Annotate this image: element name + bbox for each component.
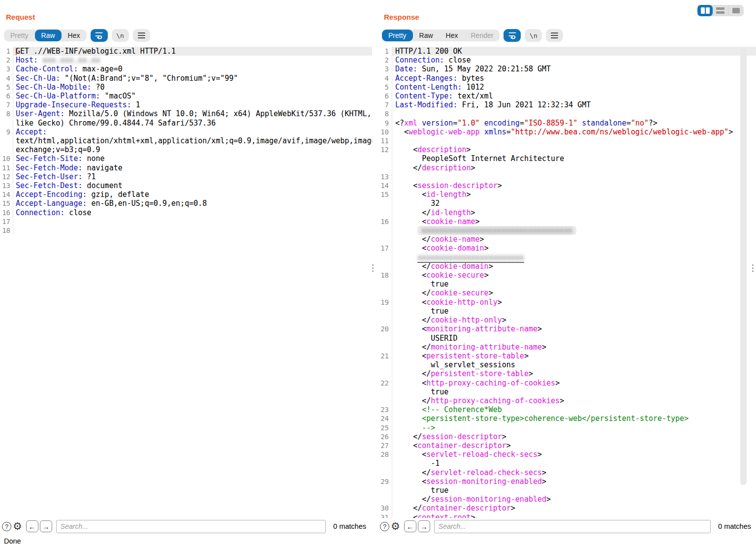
layout-split-columns-button[interactable]	[697, 5, 713, 16]
code-line: 5Content-Length: 1012	[378, 83, 756, 92]
tab-pretty[interactable]: Pretty	[382, 30, 413, 41]
menu-icon	[138, 32, 145, 38]
request-editor[interactable]: 1GET .//WEB-INF/weblogic.xml HTTP/1.12Ho…	[0, 47, 372, 518]
pane-resize-handle-left[interactable]	[372, 264, 374, 272]
editor-menu-button[interactable]	[546, 29, 563, 42]
code-line: 2Host: xxx.xxx.xx.xx	[0, 56, 372, 64]
search-settings-icon[interactable]: ⚙	[391, 521, 400, 532]
line-number: 12	[0, 172, 13, 181]
code-line: 17 <cookie-domain> xxxxxxxxxxxxxxxxxxxxx…	[378, 244, 756, 271]
search-prev-button[interactable]: ←	[26, 520, 38, 532]
word-wrap-toggle-button[interactable]	[91, 29, 108, 42]
line-number: 4	[0, 74, 13, 83]
line-number: 2	[0, 56, 13, 64]
layout-single-pane-button[interactable]	[728, 5, 744, 16]
code-line: 3Cache-Control: max-age=0	[0, 64, 372, 73]
search-next-button[interactable]: →	[40, 520, 52, 532]
search-input[interactable]	[434, 520, 711, 533]
word-wrap-icon	[94, 31, 104, 40]
line-number: 11	[378, 136, 392, 145]
line-number: 6	[0, 92, 13, 100]
search-help-icon[interactable]: ?	[2, 522, 11, 531]
request-search-bar: ? ⚙ ← → 0 matches	[1, 519, 368, 534]
code-line: 4Accept-Ranges: bytes	[378, 74, 756, 83]
code-line: 14 <session-descriptor>	[378, 181, 756, 190]
line-number: 16	[378, 217, 392, 244]
line-number: 11	[0, 163, 13, 172]
code-line: 27 <container-descriptor>	[378, 441, 756, 450]
response-view-tabs: Pretty Raw Hex Render	[382, 30, 500, 41]
search-input[interactable]	[56, 520, 326, 533]
code-line: 12Sec-Fetch-User: ?1	[0, 172, 372, 181]
code-line: 9Accept: text/html,application/xhtml+xml…	[0, 128, 372, 155]
layout-toggle-group	[697, 5, 744, 16]
line-number: 13	[378, 172, 392, 181]
code-line: 1GET .//WEB-INF/weblogic.xml HTTP/1.1	[0, 47, 372, 56]
line-number: 19	[378, 298, 392, 325]
arrow-left-icon: ←	[29, 522, 36, 531]
editor-menu-button[interactable]	[133, 29, 150, 42]
code-line: 22 <http-proxy-caching-of-cookies> true …	[378, 379, 756, 406]
code-line: 5Sec-Ch-Ua-Mobile: ?0	[0, 83, 372, 92]
code-line: 18 <cookie-secure> true </cookie-secure>	[378, 271, 756, 298]
tab-pretty[interactable]: Pretty	[4, 30, 35, 41]
newline-icon: \n	[530, 32, 537, 39]
line-number: 5	[0, 83, 13, 92]
message-editor-window: Request Pretty Raw Hex \n 1GET .//WE	[0, 0, 756, 547]
newline-icon: \n	[116, 32, 124, 39]
line-number: 4	[378, 74, 392, 83]
code-line: 7Last-Modified: Fri, 18 Jun 2021 12:32:3…	[378, 100, 756, 109]
pane-resize-handle-right[interactable]	[752, 264, 754, 272]
tab-render[interactable]: Render	[465, 30, 500, 41]
response-editor[interactable]: 1HTTP/1.1 200 OK2Connection: close3Date:…	[378, 47, 756, 518]
line-number: 20	[378, 324, 392, 352]
search-settings-icon[interactable]: ⚙	[13, 521, 22, 532]
line-number: 9	[0, 128, 13, 155]
code-line: 10 <weblogic-web-app xmlns="http://www.b…	[378, 128, 756, 136]
line-number: 1	[0, 47, 13, 56]
code-line: 12 <description> PeopleSoft Internet Arc…	[378, 145, 756, 172]
line-number: 22	[378, 379, 392, 406]
tab-raw[interactable]: Raw	[35, 30, 62, 41]
line-number: 7	[378, 100, 392, 109]
code-line: 11Sec-Fetch-Mode: navigate	[0, 163, 372, 172]
line-number: 7	[0, 100, 13, 109]
response-scrollbar-thumb[interactable]	[740, 48, 747, 485]
code-line: 8	[378, 109, 756, 118]
code-line: 17	[0, 217, 372, 226]
request-title: Request	[6, 13, 35, 21]
line-number: 1	[378, 47, 392, 56]
line-number: 10	[0, 154, 13, 163]
code-line: 13Sec-Fetch-Dest: document	[0, 181, 372, 190]
tab-hex[interactable]: Hex	[62, 30, 87, 41]
word-wrap-toggle-button[interactable]	[504, 29, 521, 42]
search-help-icon[interactable]: ?	[380, 522, 389, 531]
code-line: 3Date: Sun, 15 May 2022 20:21:58 GMT	[378, 64, 756, 73]
arrow-right-icon: →	[420, 522, 428, 531]
code-line: 19 <cookie-http-only> true </cookie-http…	[378, 298, 756, 325]
code-line: 6Content-Type: text/xml	[378, 92, 756, 100]
line-number: 15	[378, 190, 392, 217]
code-line: 4Sec-Ch-Ua: "(Not(A:Brand";v="8", "Chrom…	[0, 74, 372, 83]
newline-toggle-button[interactable]: \n	[525, 29, 542, 42]
code-line: 9<?xml version="1.0" encoding="ISO-8859-…	[378, 119, 756, 128]
line-number: 21	[378, 352, 392, 379]
line-number: 3	[0, 64, 13, 73]
response-toolbar: Pretty Raw Hex Render \n	[382, 29, 563, 42]
search-prev-button[interactable]: ←	[404, 520, 416, 532]
line-number: 2	[378, 56, 392, 64]
code-line: 14Accept-Encoding: gzip, deflate	[0, 190, 372, 199]
tab-raw[interactable]: Raw	[413, 30, 440, 41]
layout-split-rows-button[interactable]	[713, 5, 728, 16]
newline-toggle-button[interactable]: \n	[112, 29, 129, 42]
code-line: 2Connection: close	[378, 56, 756, 64]
tab-hex[interactable]: Hex	[440, 30, 465, 41]
code-line: 20 <monitoring-attribute-name> USERID </…	[378, 324, 756, 352]
search-next-button[interactable]: →	[418, 520, 430, 532]
status-text: Done	[4, 537, 21, 545]
redacted-blur: xxx.xxx.xx.xx	[42, 56, 100, 64]
line-number: 8	[378, 109, 392, 118]
line-number: 18	[378, 271, 392, 298]
response-search-bar: ? ⚙ ← → 0 matches	[379, 519, 753, 534]
code-line: 18	[0, 226, 372, 235]
